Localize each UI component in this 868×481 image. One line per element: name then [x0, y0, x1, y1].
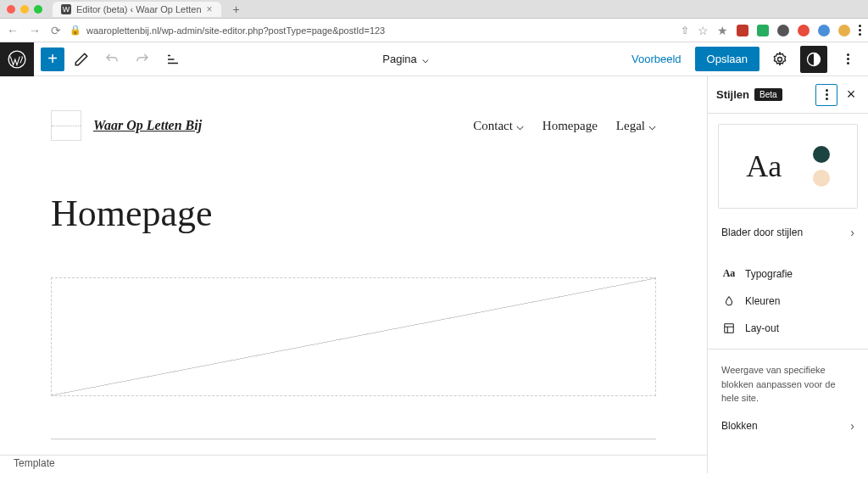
chevron-down-icon: ⌵ [422, 53, 429, 65]
extension-icon[interactable] [737, 25, 748, 36]
url-text: waaroplettenbij.nl/wp-admin/site-editor.… [86, 25, 385, 36]
styles-more-menu[interactable] [815, 84, 837, 106]
maximize-window-icon[interactable] [34, 5, 42, 14]
page-title[interactable]: Homepage [51, 192, 656, 235]
extension-icon[interactable] [777, 25, 789, 36]
avatar-icon[interactable] [838, 25, 850, 36]
styles-panel-title: Stijlen [716, 88, 749, 101]
browse-styles-row[interactable]: Blader door stijlen › [718, 215, 858, 249]
color-swatches [813, 146, 830, 187]
share-icon[interactable]: ⇧ [681, 25, 689, 36]
lock-icon: 🔒 [70, 25, 81, 36]
back-button[interactable]: ← [7, 24, 19, 37]
style-preview-card[interactable]: Aa [718, 124, 858, 209]
forward-button[interactable]: → [29, 24, 41, 37]
layout-icon [721, 322, 737, 334]
browser-tab[interactable]: W Editor (beta) ‹ Waar Op Letten × [53, 2, 221, 17]
droplet-icon [721, 295, 737, 307]
styles-panel-header: Stijlen Beta × [708, 76, 868, 114]
typography-preview: Aa [746, 148, 782, 184]
document-type-selector[interactable]: Pagina ⌵ [186, 53, 625, 65]
svg-rect-3 [725, 324, 734, 333]
preview-button[interactable]: Voorbeeld [625, 53, 688, 65]
featured-image-placeholder[interactable] [51, 277, 656, 396]
bookmark-icon[interactable]: ★ [717, 24, 728, 37]
color-swatch-dark [813, 146, 830, 163]
editor-top-toolbar: + Pagina ⌵ Voorbeeld Opslaan [0, 42, 868, 76]
close-window-icon[interactable] [7, 5, 15, 14]
chevron-down-icon: ⌵ [516, 118, 524, 133]
star-icon[interactable]: ☆ [698, 24, 709, 37]
svg-point-1 [778, 57, 782, 61]
block-breadcrumb[interactable]: Template [0, 455, 707, 473]
site-header-block[interactable]: Waar Op Letten Bij Contact ⌵ Homepage Le… [51, 110, 656, 158]
add-block-button[interactable]: + [41, 48, 64, 71]
redo-button[interactable] [129, 46, 156, 73]
site-logo-placeholder[interactable] [51, 110, 81, 141]
styles-toggle-button[interactable] [800, 46, 827, 73]
wordpress-logo[interactable] [0, 42, 34, 76]
blocks-row[interactable]: Blokken › [718, 409, 858, 443]
close-tab-icon[interactable]: × [207, 3, 213, 15]
extension-icons: ⇧ ☆ ★ [681, 24, 861, 37]
reload-button[interactable]: ⟳ [51, 24, 61, 37]
chevron-right-icon: › [850, 419, 854, 433]
typography-icon: Aa [721, 267, 737, 280]
edit-mode-button[interactable] [68, 46, 95, 73]
nav-item-homepage[interactable]: Homepage [542, 118, 598, 133]
address-bar[interactable]: 🔒 waaroplettenbij.nl/wp-admin/site-edito… [70, 25, 672, 36]
beta-badge: Beta [754, 88, 782, 101]
extension-icon[interactable] [798, 25, 810, 36]
site-navigation[interactable]: Contact ⌵ Homepage Legal ⌵ [473, 118, 656, 133]
extension-icon[interactable] [818, 25, 830, 36]
browser-tab-bar: W Editor (beta) ‹ Waar Op Letten × + [0, 0, 868, 19]
browser-menu-icon[interactable] [859, 25, 861, 36]
layout-row[interactable]: Lay-out [718, 315, 858, 342]
settings-button[interactable] [766, 46, 793, 73]
window-controls[interactable] [7, 5, 42, 14]
browser-toolbar: ← → ⟳ 🔒 waaroplettenbij.nl/wp-admin/site… [0, 19, 868, 42]
colors-row[interactable]: Kleuren [718, 288, 858, 315]
minimize-window-icon[interactable] [20, 5, 29, 14]
document-type-label: Pagina [382, 53, 416, 65]
separator-block[interactable] [51, 439, 656, 439]
options-menu-button[interactable] [834, 46, 861, 73]
undo-button[interactable] [98, 46, 125, 73]
list-view-button[interactable] [159, 46, 186, 73]
blocks-hint-text: Weergave van specifieke blokken aanpasse… [718, 356, 858, 409]
wordpress-favicon-icon: W [61, 4, 71, 14]
close-panel-button[interactable]: × [843, 86, 860, 103]
chevron-down-icon: ⌵ [648, 118, 656, 133]
nav-item-contact[interactable]: Contact ⌵ [473, 118, 524, 133]
chevron-right-icon: › [850, 226, 854, 239]
site-title[interactable]: Waar Op Letten Bij [93, 118, 202, 133]
editor-canvas[interactable]: Waar Op Letten Bij Contact ⌵ Homepage Le… [0, 76, 707, 473]
tab-title: Editor (beta) ‹ Waar Op Letten [76, 4, 202, 14]
styles-sidebar: Stijlen Beta × Aa Blader door stijl [707, 76, 868, 473]
extension-icon[interactable] [757, 25, 769, 36]
typography-row[interactable]: Aa Typografie [718, 260, 858, 288]
nav-item-legal[interactable]: Legal ⌵ [616, 118, 656, 133]
save-button[interactable]: Opslaan [695, 47, 760, 71]
color-swatch-light [813, 170, 830, 187]
new-tab-button[interactable]: + [233, 3, 240, 16]
